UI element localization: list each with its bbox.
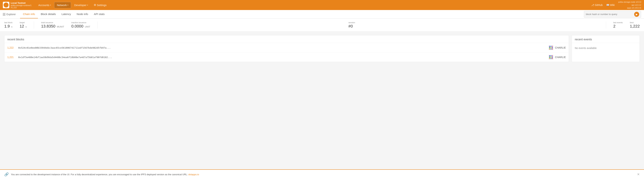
stat-divider xyxy=(34,21,34,28)
node-info: Local Testnet polka-storage-runtime/1 #1… xyxy=(11,1,32,8)
settings-nav[interactable]: ⚙ Settings xyxy=(91,2,109,8)
book-icon: 📖 xyxy=(606,3,609,6)
author-name: CHARLIE xyxy=(555,46,566,49)
recent-events-title: recent events xyxy=(572,35,640,43)
recent-blocks-panel: recent blocks 1,222 0x524c01e0ee80b33944… xyxy=(4,35,569,62)
github-link[interactable]: ⎇ GitHub xyxy=(591,3,603,6)
stat-divider-2 xyxy=(98,21,98,28)
table-row: 1,222 0x524c01e0ee80b33944ebc3aac65ce561… xyxy=(4,43,569,52)
block-number[interactable]: 1,221 xyxy=(7,56,16,59)
tab-node-info[interactable]: Node info xyxy=(74,10,91,18)
app-logo xyxy=(3,2,9,8)
best-stat: best 1,222 xyxy=(630,21,640,28)
recent-events-panel: recent events No events available xyxy=(572,35,640,62)
grid-icon xyxy=(3,13,5,15)
last-events-stat: last events 2 xyxy=(613,21,623,28)
block-search: ▶ xyxy=(584,11,641,18)
tab-api-stats[interactable]: API stats xyxy=(91,10,108,18)
developer-nav[interactable]: Developer ▾ xyxy=(72,2,90,8)
explorer-nav[interactable]: Explorer xyxy=(3,13,18,16)
network-nav[interactable]: Network ▾ xyxy=(54,2,71,8)
subnav-tabs: Chain info Block details Latency Node in… xyxy=(20,10,108,18)
block-hash: 0x1df5e488e14bf1aa58d9da5d4408c54ea6f18b… xyxy=(18,56,546,59)
search-input[interactable] xyxy=(586,13,633,15)
search-button[interactable]: ▶ xyxy=(634,12,639,17)
tab-block-details[interactable]: Block details xyxy=(38,10,59,18)
topnav-right: ⎇ GitHub 📖 Wiki polka-storage-node v0.0.… xyxy=(591,0,641,9)
version-info: polka-storage-node v0.0.0 api v12.4.2 ap… xyxy=(618,0,641,9)
total-issuance-stat: total issuance 13.8350 MUNIT xyxy=(41,21,64,28)
no-events-message: No events available xyxy=(572,43,640,53)
stats-bar: last block 1.9 s target 12 s total issua… xyxy=(0,18,644,32)
author-icon xyxy=(548,55,554,60)
chevron-down-icon: ▾ xyxy=(50,4,51,6)
node-name: Local Testnet xyxy=(11,1,32,4)
block-number[interactable]: 1,222 xyxy=(7,46,16,49)
target-stat: target 12 s xyxy=(20,21,27,28)
block-author: CHARLIE xyxy=(548,55,566,60)
session-stat: session #0 xyxy=(348,21,355,28)
block-hash: 0x524c01e0ee80b33944ebc3aac65ce561006741… xyxy=(18,46,546,49)
chevron-down-icon: ▾ xyxy=(87,4,88,6)
gear-icon: ⚙ xyxy=(94,3,96,6)
right-stats: last events 2 best 1,222 xyxy=(606,21,640,28)
wiki-link[interactable]: 📖 Wiki xyxy=(606,3,615,6)
tab-latency[interactable]: Latency xyxy=(59,10,74,18)
inactive-issuance-stat: inactive issuance 0.0000 UNIT xyxy=(72,21,90,28)
accounts-nav[interactable]: Accounts ▾ xyxy=(36,2,54,8)
sub-navigation: Explorer Chain info Block details Latenc… xyxy=(0,10,644,18)
github-icon: ⎇ xyxy=(591,3,594,6)
nav-items: Accounts ▾ Network ▾ Developer ▾ ⚙ Setti… xyxy=(36,2,591,8)
author-icon xyxy=(548,45,554,50)
chevron-down-icon: ▾ xyxy=(68,4,68,6)
block-author: CHARLIE xyxy=(548,45,566,50)
node-runtime: polka-storage-runtime/1 #1,222 xyxy=(11,4,32,8)
top-navigation: Local Testnet polka-storage-runtime/1 #1… xyxy=(0,0,644,10)
tab-chain-info[interactable]: Chain info xyxy=(20,10,38,18)
recent-blocks-title: recent blocks xyxy=(4,35,569,43)
table-row: 1,221 0x1df5e488e14bf1aa58d9da5d4408c54e… xyxy=(4,52,569,62)
main-content: recent blocks 1,222 0x524c01e0ee80b33944… xyxy=(0,32,644,66)
author-name: CHARLIE xyxy=(555,56,566,59)
last-block-stat: last block 1.9 s xyxy=(4,21,12,28)
